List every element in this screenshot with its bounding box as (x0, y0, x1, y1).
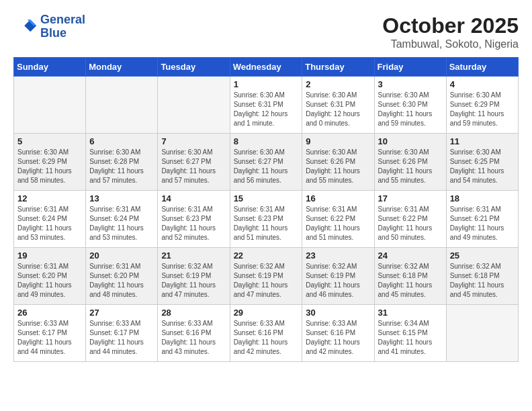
calendar: SundayMondayTuesdayWednesdayThursdayFrid… (13, 57, 519, 362)
logo-text: General Blue (40, 13, 85, 40)
day-info: Sunrise: 6:33 AM Sunset: 6:16 PM Dayligh… (234, 319, 299, 357)
day-number: 23 (306, 250, 370, 261)
day-info: Sunrise: 6:32 AM Sunset: 6:18 PM Dayligh… (378, 262, 443, 300)
day-number: 8 (234, 136, 299, 146)
day-number: 12 (17, 193, 82, 203)
day-info: Sunrise: 6:30 AM Sunset: 6:27 PM Dayligh… (161, 148, 226, 185)
day-number: 24 (378, 250, 443, 261)
day-number: 1 (234, 79, 299, 89)
day-number: 9 (306, 136, 370, 146)
day-info: Sunrise: 6:31 AM Sunset: 6:21 PM Dayligh… (450, 205, 515, 242)
day-number: 30 (306, 308, 370, 318)
calendar-cell: 16Sunrise: 6:31 AM Sunset: 6:22 PM Dayli… (302, 191, 374, 248)
calendar-cell: 30Sunrise: 6:33 AM Sunset: 6:16 PM Dayli… (302, 305, 374, 362)
calendar-week-row: 12Sunrise: 6:31 AM Sunset: 6:24 PM Dayli… (14, 191, 519, 248)
calendar-cell: 9Sunrise: 6:30 AM Sunset: 6:26 PM Daylig… (302, 134, 374, 191)
page-header: General Blue October 2025 Tambuwal, Soko… (13, 13, 519, 50)
day-number: 10 (378, 136, 443, 146)
calendar-cell: 6Sunrise: 6:30 AM Sunset: 6:28 PM Daylig… (86, 134, 158, 191)
day-number: 5 (17, 136, 82, 146)
day-info: Sunrise: 6:34 AM Sunset: 6:15 PM Dayligh… (378, 319, 443, 357)
calendar-cell: 25Sunrise: 6:32 AM Sunset: 6:18 PM Dayli… (446, 248, 518, 305)
calendar-cell: 2Sunrise: 6:30 AM Sunset: 6:31 PM Daylig… (302, 77, 374, 134)
day-info: Sunrise: 6:31 AM Sunset: 6:23 PM Dayligh… (161, 205, 226, 242)
calendar-cell: 21Sunrise: 6:32 AM Sunset: 6:19 PM Dayli… (158, 248, 230, 305)
day-info: Sunrise: 6:33 AM Sunset: 6:17 PM Dayligh… (89, 319, 154, 357)
day-info: Sunrise: 6:30 AM Sunset: 6:25 PM Dayligh… (450, 148, 515, 185)
calendar-cell (86, 77, 158, 134)
day-info: Sunrise: 6:30 AM Sunset: 6:29 PM Dayligh… (17, 148, 82, 185)
day-number: 31 (378, 308, 443, 318)
calendar-cell: 29Sunrise: 6:33 AM Sunset: 6:16 PM Dayli… (230, 305, 302, 362)
day-info: Sunrise: 6:31 AM Sunset: 6:22 PM Dayligh… (306, 205, 370, 242)
title-area: October 2025 Tambuwal, Sokoto, Nigeria (382, 13, 519, 50)
calendar-cell: 8Sunrise: 6:30 AM Sunset: 6:27 PM Daylig… (230, 134, 302, 191)
calendar-cell: 12Sunrise: 6:31 AM Sunset: 6:24 PM Dayli… (14, 191, 86, 248)
day-number: 2 (306, 79, 370, 89)
day-number: 28 (161, 308, 226, 318)
day-number: 19 (17, 250, 82, 261)
calendar-cell: 23Sunrise: 6:32 AM Sunset: 6:19 PM Dayli… (302, 248, 374, 305)
day-info: Sunrise: 6:30 AM Sunset: 6:30 PM Dayligh… (378, 91, 443, 128)
day-info: Sunrise: 6:33 AM Sunset: 6:17 PM Dayligh… (17, 319, 82, 357)
weekday-header-thursday: Thursday (302, 58, 374, 77)
calendar-cell: 27Sunrise: 6:33 AM Sunset: 6:17 PM Dayli… (86, 305, 158, 362)
calendar-week-row: 19Sunrise: 6:31 AM Sunset: 6:20 PM Dayli… (14, 248, 519, 305)
day-info: Sunrise: 6:30 AM Sunset: 6:31 PM Dayligh… (306, 91, 370, 128)
calendar-week-row: 26Sunrise: 6:33 AM Sunset: 6:17 PM Dayli… (14, 305, 519, 362)
logo-line1: General (40, 13, 85, 27)
day-number: 16 (306, 193, 370, 203)
logo-icon (13, 15, 38, 39)
calendar-cell: 4Sunrise: 6:30 AM Sunset: 6:29 PM Daylig… (446, 77, 518, 134)
day-info: Sunrise: 6:30 AM Sunset: 6:31 PM Dayligh… (234, 91, 299, 128)
calendar-cell: 10Sunrise: 6:30 AM Sunset: 6:26 PM Dayli… (374, 134, 446, 191)
day-info: Sunrise: 6:30 AM Sunset: 6:29 PM Dayligh… (450, 91, 515, 128)
day-number: 4 (450, 79, 515, 89)
day-number: 27 (89, 308, 154, 318)
calendar-cell: 3Sunrise: 6:30 AM Sunset: 6:30 PM Daylig… (374, 77, 446, 134)
weekday-header-row: SundayMondayTuesdayWednesdayThursdayFrid… (14, 58, 519, 77)
day-number: 20 (89, 250, 154, 261)
calendar-cell: 18Sunrise: 6:31 AM Sunset: 6:21 PM Dayli… (446, 191, 518, 248)
day-number: 7 (161, 136, 226, 146)
weekday-header-saturday: Saturday (446, 58, 518, 77)
day-number: 21 (161, 250, 226, 261)
day-info: Sunrise: 6:32 AM Sunset: 6:19 PM Dayligh… (234, 262, 299, 300)
day-info: Sunrise: 6:31 AM Sunset: 6:24 PM Dayligh… (17, 205, 82, 242)
day-info: Sunrise: 6:33 AM Sunset: 6:16 PM Dayligh… (161, 319, 226, 357)
calendar-cell: 31Sunrise: 6:34 AM Sunset: 6:15 PM Dayli… (374, 305, 446, 362)
calendar-cell: 1Sunrise: 6:30 AM Sunset: 6:31 PM Daylig… (230, 77, 302, 134)
logo: General Blue (13, 13, 85, 40)
day-info: Sunrise: 6:31 AM Sunset: 6:24 PM Dayligh… (89, 205, 154, 242)
day-info: Sunrise: 6:30 AM Sunset: 6:26 PM Dayligh… (306, 148, 370, 185)
day-info: Sunrise: 6:31 AM Sunset: 6:20 PM Dayligh… (17, 262, 82, 300)
day-info: Sunrise: 6:32 AM Sunset: 6:19 PM Dayligh… (161, 262, 226, 300)
weekday-header-monday: Monday (86, 58, 158, 77)
calendar-cell: 5Sunrise: 6:30 AM Sunset: 6:29 PM Daylig… (14, 134, 86, 191)
day-number: 18 (450, 193, 515, 203)
day-info: Sunrise: 6:32 AM Sunset: 6:19 PM Dayligh… (306, 262, 370, 300)
day-number: 25 (450, 250, 515, 261)
day-info: Sunrise: 6:30 AM Sunset: 6:27 PM Dayligh… (234, 148, 299, 185)
calendar-cell: 17Sunrise: 6:31 AM Sunset: 6:22 PM Dayli… (374, 191, 446, 248)
day-info: Sunrise: 6:31 AM Sunset: 6:20 PM Dayligh… (89, 262, 154, 300)
day-info: Sunrise: 6:32 AM Sunset: 6:18 PM Dayligh… (450, 262, 515, 300)
day-info: Sunrise: 6:30 AM Sunset: 6:26 PM Dayligh… (378, 148, 443, 185)
calendar-cell: 22Sunrise: 6:32 AM Sunset: 6:19 PM Dayli… (230, 248, 302, 305)
calendar-week-row: 1Sunrise: 6:30 AM Sunset: 6:31 PM Daylig… (14, 77, 519, 134)
day-number: 22 (234, 250, 299, 261)
day-number: 17 (378, 193, 443, 203)
calendar-cell: 28Sunrise: 6:33 AM Sunset: 6:16 PM Dayli… (158, 305, 230, 362)
calendar-cell: 7Sunrise: 6:30 AM Sunset: 6:27 PM Daylig… (158, 134, 230, 191)
calendar-cell: 19Sunrise: 6:31 AM Sunset: 6:20 PM Dayli… (14, 248, 86, 305)
calendar-cell (446, 305, 518, 362)
calendar-cell (14, 77, 86, 134)
weekday-header-wednesday: Wednesday (230, 58, 302, 77)
day-number: 29 (234, 308, 299, 318)
day-number: 15 (234, 193, 299, 203)
day-info: Sunrise: 6:30 AM Sunset: 6:28 PM Dayligh… (89, 148, 154, 185)
calendar-cell: 26Sunrise: 6:33 AM Sunset: 6:17 PM Dayli… (14, 305, 86, 362)
day-number: 6 (89, 136, 154, 146)
weekday-header-friday: Friday (374, 58, 446, 77)
calendar-week-row: 5Sunrise: 6:30 AM Sunset: 6:29 PM Daylig… (14, 134, 519, 191)
